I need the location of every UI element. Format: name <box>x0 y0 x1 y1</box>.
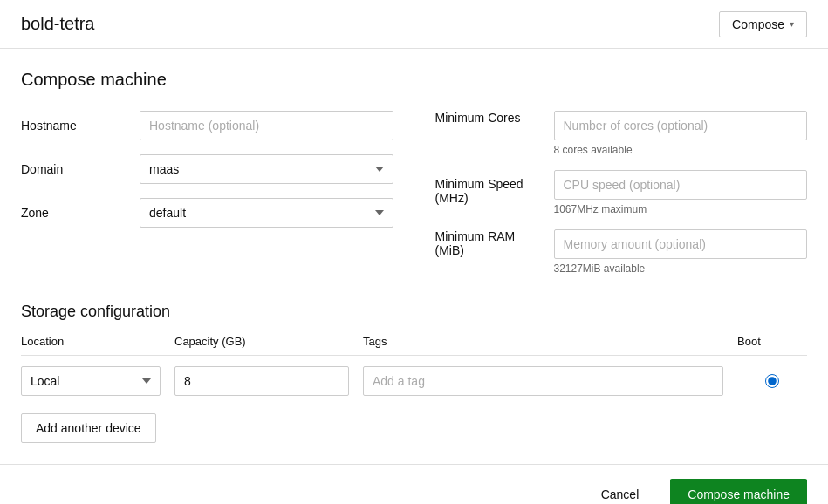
compose-machine-button[interactable]: Compose machine <box>670 479 807 504</box>
main-content: Compose machine Hostname Domain maas Zon… <box>0 49 828 464</box>
min-speed-field-group: 1067MHz maximum <box>554 170 808 215</box>
storage-tags-input[interactable] <box>363 366 723 396</box>
boot-radio-input[interactable] <box>765 374 779 388</box>
compose-dropdown-button[interactable]: Compose ▾ <box>719 11 807 37</box>
footer-actions: Cancel Compose machine <box>0 465 828 504</box>
domain-field-row: Domain maas <box>21 154 393 184</box>
storage-table-row: Local <box>21 366 807 396</box>
min-cores-hint: 8 cores available <box>554 144 808 156</box>
form-right-column: Minimum Cores 8 cores available Minimum … <box>435 111 808 275</box>
storage-capacity-input[interactable] <box>174 366 349 396</box>
zone-select[interactable]: default <box>140 198 393 228</box>
domain-select[interactable]: maas <box>140 154 393 184</box>
col-header-tags: Tags <box>363 335 723 348</box>
zone-label: Zone <box>21 206 126 220</box>
cancel-button[interactable]: Cancel <box>584 479 657 504</box>
storage-title: Storage configuration <box>21 303 807 321</box>
storage-table-header: Location Capacity (GB) Tags Boot <box>21 335 807 356</box>
min-cores-field-group: 8 cores available <box>554 111 808 156</box>
hostname-input[interactable] <box>140 111 393 140</box>
min-cores-label: Minimum Cores <box>435 111 540 125</box>
col-header-location: Location <box>21 335 161 348</box>
domain-label: Domain <box>21 162 126 176</box>
app-title: bold-tetra <box>21 14 95 34</box>
app-header: bold-tetra Compose ▾ <box>0 0 828 49</box>
boot-radio-container <box>737 374 807 388</box>
col-header-boot: Boot <box>737 335 807 348</box>
min-speed-hint: 1067MHz maximum <box>554 203 808 215</box>
add-another-device-button[interactable]: Add another device <box>21 413 156 443</box>
page-title: Compose machine <box>21 70 807 90</box>
storage-location-select[interactable]: Local <box>21 366 161 396</box>
hostname-field-row: Hostname <box>21 111 393 140</box>
min-cores-input[interactable] <box>554 111 808 140</box>
min-ram-field-row: Minimum RAM (MiB) 32127MiB available <box>435 229 808 275</box>
zone-field-row: Zone default <box>21 198 393 228</box>
min-ram-field-group: 32127MiB available <box>554 229 808 275</box>
storage-section: Storage configuration Location Capacity … <box>21 303 807 464</box>
min-ram-input[interactable] <box>554 229 808 259</box>
chevron-down-icon: ▾ <box>790 19 794 29</box>
min-ram-label: Minimum RAM (MiB) <box>435 229 540 257</box>
min-speed-input[interactable] <box>554 170 808 200</box>
col-header-capacity: Capacity (GB) <box>174 335 349 348</box>
storage-table: Location Capacity (GB) Tags Boot Local <box>21 335 807 396</box>
min-ram-hint: 32127MiB available <box>554 262 808 275</box>
min-speed-label: Minimum Speed (MHz) <box>435 170 540 205</box>
min-cores-field-row: Minimum Cores 8 cores available <box>435 111 808 156</box>
form-left-column: Hostname Domain maas Zone default <box>21 111 393 275</box>
compose-dropdown-label: Compose <box>732 17 784 31</box>
hostname-label: Hostname <box>21 119 126 133</box>
compose-form: Hostname Domain maas Zone default Minimu… <box>21 111 807 275</box>
min-speed-field-row: Minimum Speed (MHz) 1067MHz maximum <box>435 170 808 215</box>
